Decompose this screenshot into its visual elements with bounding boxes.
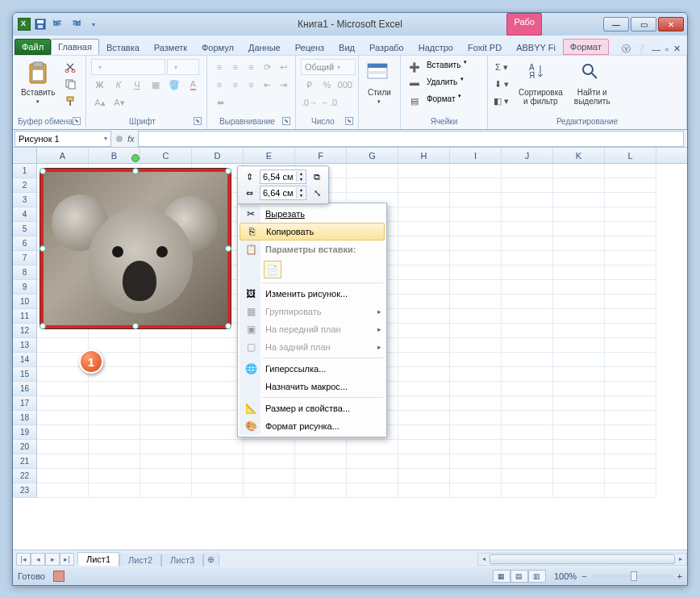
cell[interactable] [450,280,502,295]
cell[interactable] [553,396,605,411]
resize-handle-e[interactable] [225,245,231,252]
cell[interactable] [398,367,450,382]
font-launcher-icon[interactable]: ⬊ [194,117,202,125]
cell[interactable] [398,295,450,309]
cell[interactable] [450,440,502,454]
cell[interactable] [605,280,656,295]
clipboard-launcher-icon[interactable]: ⬊ [73,117,81,125]
cell[interactable] [192,411,244,425]
row-header[interactable]: 20 [13,440,37,454]
cell[interactable] [450,164,502,178]
tab-file[interactable]: Файл [15,39,51,55]
cell[interactable] [37,396,89,411]
tab-abbyy[interactable]: ABBYY Fi [509,40,563,55]
align-top-icon[interactable]: ≡ [212,59,227,75]
cell[interactable] [192,483,244,498]
menu-copy[interactable]: ⎘Копировать [240,223,385,240]
column-header[interactable]: C [140,148,192,163]
rotate-handle-icon[interactable] [131,154,140,162]
cell[interactable] [502,280,553,295]
cell[interactable] [398,353,450,367]
cell[interactable] [398,454,450,469]
mdi-minimize-icon[interactable]: — [652,44,660,54]
orientation-icon[interactable]: ⟳ [260,59,274,75]
cell[interactable] [347,440,398,454]
cell[interactable] [450,396,502,411]
cell[interactable] [192,454,244,469]
cell[interactable] [502,266,553,280]
cell[interactable] [295,483,347,498]
fill-color-icon[interactable]: 🪣 [166,77,183,93]
cell[interactable] [450,324,502,338]
cell[interactable] [398,396,450,411]
cell[interactable] [89,382,140,396]
percent-icon[interactable]: % [319,77,335,93]
align-center-icon[interactable]: ≡ [228,77,243,93]
cell[interactable] [502,222,553,236]
cell[interactable] [502,396,553,411]
fill-icon[interactable]: ⬇ ▾ [493,76,510,92]
cell[interactable] [450,309,502,324]
qat-save-icon[interactable] [32,16,48,32]
sheet-nav-prev-icon[interactable]: ◂ [31,553,45,566]
cell[interactable] [192,425,244,440]
cell[interactable] [553,425,605,440]
cell[interactable] [295,469,347,483]
cell[interactable] [553,367,605,382]
mdi-close-icon[interactable]: ✕ [673,44,681,54]
border-icon[interactable]: ▦ [147,77,164,93]
cell[interactable] [347,454,398,469]
tab-developer[interactable]: Разрабо [362,40,411,55]
resize-handle-se[interactable] [225,323,231,329]
cell[interactable] [347,164,398,178]
new-sheet-icon[interactable]: ⊕ [203,553,219,567]
row-header[interactable]: 8 [13,266,37,280]
cell[interactable] [605,309,656,324]
cell[interactable] [398,178,450,193]
cell[interactable] [450,425,502,440]
cell[interactable] [605,425,656,440]
row-header[interactable]: 1 [13,164,37,178]
cell[interactable] [398,207,450,222]
cell[interactable] [605,454,656,469]
cell[interactable] [89,454,140,469]
view-page-layout-icon[interactable]: ▤ [510,570,528,583]
inserted-picture[interactable] [40,169,231,328]
cell[interactable] [605,440,656,454]
cell[interactable] [140,411,192,425]
cell[interactable] [140,367,192,382]
cell[interactable] [502,164,553,178]
menu-size-props[interactable]: 📐Размер и свойства... [240,399,385,417]
crop-icon[interactable]: ⧉ [310,169,324,184]
cell[interactable] [450,193,502,207]
cell[interactable] [398,338,450,353]
column-header[interactable]: L [605,148,656,163]
cell[interactable] [553,469,605,483]
row-header[interactable]: 12 [13,324,37,338]
align-mid-icon[interactable]: ≡ [228,59,243,75]
cell[interactable] [502,353,553,367]
minimize-ribbon-icon[interactable]: ⓥ [622,43,631,55]
cell[interactable] [398,222,450,236]
cell[interactable] [37,454,89,469]
cell[interactable] [450,338,502,353]
alignment-launcher-icon[interactable]: ⬊ [282,117,290,125]
cell[interactable] [347,469,398,483]
align-bot-icon[interactable]: ≡ [244,59,259,75]
sheet-tab-3[interactable]: Лист3 [161,554,203,567]
cell[interactable] [398,280,450,295]
row-header[interactable]: 22 [13,469,37,483]
arrange-icon[interactable]: ⤡ [310,186,324,200]
column-header[interactable]: H [398,148,450,163]
cell[interactable] [295,454,347,469]
indent-dec-icon[interactable]: ⇤ [260,77,274,93]
cell[interactable] [605,338,656,353]
tab-layout[interactable]: Разметк [147,40,194,55]
cell[interactable] [502,295,553,309]
cell[interactable] [192,367,244,382]
cell[interactable] [553,454,605,469]
copy-icon[interactable] [61,76,79,92]
cell[interactable] [605,222,656,236]
horizontal-scrollbar[interactable]: ◂▸ [477,553,687,566]
row-header[interactable]: 11 [13,309,37,324]
